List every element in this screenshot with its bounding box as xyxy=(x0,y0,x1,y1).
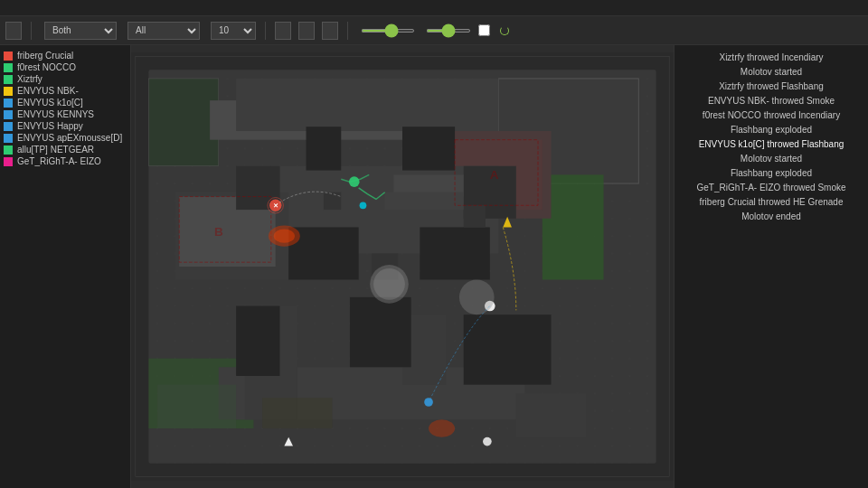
legend-player-name: ENVYUS KENNYS xyxy=(17,109,94,119)
legend-player-name: ENVYUS NBK- xyxy=(17,86,79,96)
legend-player-name: ENVYUS apEXmousse[D] xyxy=(17,133,122,143)
svg-rect-32 xyxy=(262,398,332,428)
event-log-panel: Xiztrfy throwed IncendiaryMolotov starte… xyxy=(674,45,868,488)
svg-point-51 xyxy=(459,280,495,315)
legend-color-box xyxy=(4,134,13,143)
legend-item: ENVYUS NBK- xyxy=(4,86,127,96)
legend-color-box xyxy=(4,99,13,108)
legend-item: Xiztrfy xyxy=(4,74,127,84)
legend-item: friberg Crucial xyxy=(4,51,127,61)
titlebar xyxy=(0,0,868,16)
event-log-item: Xiztrfy throwed Flashbang xyxy=(680,80,863,94)
player-section: All xyxy=(124,22,200,40)
svg-point-46 xyxy=(360,202,367,209)
svg-rect-10 xyxy=(236,79,498,131)
event-log-item: Xiztrfy throwed Incendiary xyxy=(680,51,863,65)
play-button[interactable] xyxy=(275,22,291,40)
event-log-item: ENVYUS k1o[C] throwed Flashbang xyxy=(680,137,863,152)
event-log-item: Flashbang exploded xyxy=(680,166,863,181)
svg-rect-19 xyxy=(307,127,342,170)
event-log-item: friberg Crucial throwed HE Grenade xyxy=(680,195,863,210)
legend-player-name: allu[TP] NETGEAR xyxy=(17,145,94,155)
map-area: A B xyxy=(131,45,674,488)
log-only-kills-checkbox[interactable] xyxy=(478,24,490,36)
stop-button[interactable] xyxy=(322,22,338,40)
svg-rect-22 xyxy=(420,227,489,279)
round-select[interactable]: 10 xyxy=(211,22,256,40)
loading-spinner-icon xyxy=(500,26,509,35)
legend-color-box xyxy=(4,145,13,155)
svg-rect-33 xyxy=(516,393,586,436)
legend-player-name: friberg Crucial xyxy=(17,51,73,61)
event-log-item: ENVYUS NBK- throwed Smoke xyxy=(680,94,863,108)
legend-item: f0rest NOCCO xyxy=(4,62,127,72)
svg-rect-29 xyxy=(324,192,341,210)
svg-rect-30 xyxy=(464,205,486,227)
legend-player-name: ENVYUS k1o[C] xyxy=(17,98,83,108)
svg-text:B: B xyxy=(214,225,223,239)
pause-button[interactable] xyxy=(298,22,315,40)
side-select[interactable]: Both CT T xyxy=(44,22,117,40)
toolbar: Both CT T All 10 xyxy=(0,16,868,45)
legend-item: GeT_RiGhT-A- EIZO xyxy=(4,156,127,166)
legend-color-box xyxy=(4,122,13,131)
svg-rect-24 xyxy=(350,297,411,367)
legend-item: ENVYUS KENNYS xyxy=(4,109,127,119)
svg-point-48 xyxy=(483,437,492,446)
event-log-item: Flashbang exploded xyxy=(680,123,863,137)
volume-section xyxy=(357,29,415,33)
svg-text:✕: ✕ xyxy=(273,202,278,209)
round-section: 10 xyxy=(207,22,256,40)
svg-rect-20 xyxy=(402,127,455,170)
legend-color-box xyxy=(4,63,13,72)
svg-point-54 xyxy=(429,419,455,436)
svg-point-50 xyxy=(373,268,405,300)
svg-rect-35 xyxy=(385,192,464,210)
toolbar-divider-1 xyxy=(31,22,32,40)
event-log-item: Molotov started xyxy=(680,65,863,80)
svg-rect-6 xyxy=(542,174,604,279)
toolbar-divider-2 xyxy=(265,22,266,40)
event-log-item: GeT_RiGhT-A- EIZO throwed Smoke xyxy=(680,181,863,195)
legend-player-name: f0rest NOCCO xyxy=(17,62,76,72)
legend-panel: friberg Crucialf0rest NOCCOXiztrfyENVYUS… xyxy=(0,45,131,488)
legend-item: ENVYUS k1o[C] xyxy=(4,98,127,108)
main-area: friberg Crucialf0rest NOCCOXiztrfyENVYUS… xyxy=(0,45,868,488)
svg-text:A: A xyxy=(490,168,499,182)
speed-slider[interactable] xyxy=(426,29,471,33)
legend-item: ENVYUS Happy xyxy=(4,121,127,131)
legend-player-name: ENVYUS Happy xyxy=(17,121,83,131)
svg-rect-31 xyxy=(157,385,236,428)
legend-player-name: GeT_RiGhT-A- EIZO xyxy=(17,156,101,166)
back-button[interactable] xyxy=(5,22,22,40)
event-log-item: Molotov started xyxy=(680,152,863,166)
map-svg: A B xyxy=(131,45,674,488)
side-section: Both CT T xyxy=(41,22,117,40)
legend-color-box xyxy=(4,110,13,119)
event-log-item: f0rest NOCCO throwed Incendiary xyxy=(680,108,863,123)
speed-section xyxy=(422,29,471,33)
svg-point-53 xyxy=(274,229,295,242)
svg-rect-25 xyxy=(464,314,552,384)
legend-player-name: Xiztrfy xyxy=(17,74,42,84)
playing-status xyxy=(500,26,513,35)
volume-slider[interactable] xyxy=(361,29,415,33)
legend-color-box xyxy=(4,157,13,166)
legend-item: allu[TP] NETGEAR xyxy=(4,145,127,155)
svg-rect-7 xyxy=(148,79,218,166)
event-log-item: Molotov ended xyxy=(680,210,863,224)
svg-rect-23 xyxy=(236,306,279,376)
legend-color-box xyxy=(4,52,13,61)
log-only-kills-section xyxy=(478,24,493,36)
legend-color-box xyxy=(4,75,13,84)
player-select[interactable]: All xyxy=(127,22,200,40)
toolbar-divider-3 xyxy=(347,22,348,40)
legend-item: ENVYUS apEXmousse[D] xyxy=(4,133,127,143)
legend-color-box xyxy=(4,87,13,96)
